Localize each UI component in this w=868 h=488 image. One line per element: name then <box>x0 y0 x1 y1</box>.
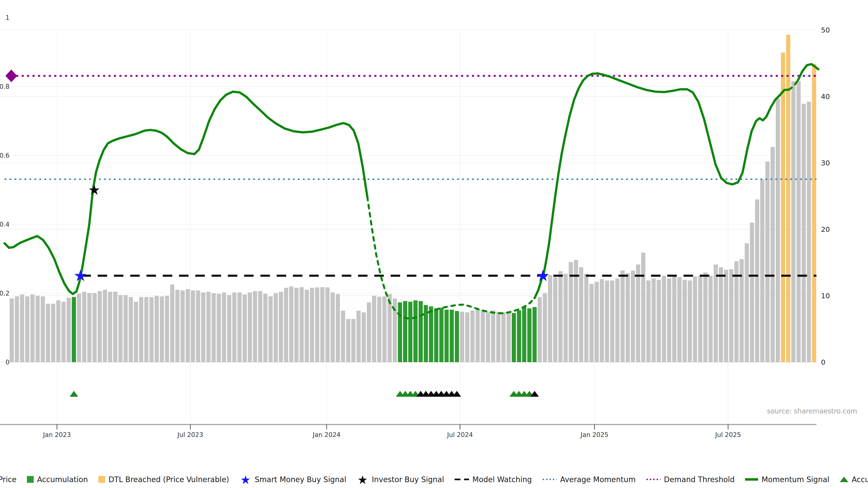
legend-label: Close Price <box>0 476 17 483</box>
legend-item-model-watching: Model Watching <box>455 476 532 483</box>
close-price-bar <box>797 81 801 362</box>
close-price-bar <box>180 290 185 362</box>
close-price-bar <box>362 313 366 362</box>
solid-line-icon <box>745 478 758 481</box>
close-price-bar <box>237 292 242 362</box>
svg-text:★: ★ <box>240 474 251 485</box>
close-price-bar <box>346 319 350 362</box>
accumulation-bar <box>455 311 459 362</box>
close-price-bar <box>139 297 143 362</box>
close-price-bar <box>67 298 71 362</box>
close-price-bar <box>470 311 475 362</box>
vertical-gridlines <box>57 32 728 424</box>
legend: Close PriceAccumulationDTL Breached (Pri… <box>0 472 868 487</box>
close-price-bar <box>729 269 734 362</box>
close-price-bar <box>129 297 133 362</box>
accumulation-bar <box>522 306 526 362</box>
close-price-bar <box>144 297 149 362</box>
close-price-bar <box>703 272 708 362</box>
close-price-bar <box>708 276 713 362</box>
x-tick-label: Jul 2023 <box>177 431 203 438</box>
close-price-bar <box>719 267 723 362</box>
close-price-bar <box>113 292 118 362</box>
close-price-bar <box>543 293 547 362</box>
smart-money-buy-star: ★ <box>536 266 550 285</box>
close-price-bar <box>119 295 123 362</box>
accumulation-bar <box>413 300 418 362</box>
close-price-bars <box>10 35 816 362</box>
close-price-bar <box>165 296 169 362</box>
legend-label: DTL Breached (Price Vulnerable) <box>108 476 229 483</box>
left-axis-tick-label: 0.4 <box>0 221 9 228</box>
accumulation-bar <box>418 301 423 362</box>
close-price-bar <box>714 265 718 362</box>
close-price-bar <box>248 292 252 362</box>
close-price-bar <box>176 290 180 362</box>
close-price-bar <box>61 302 66 362</box>
legend-label: Average Momentum <box>560 476 636 483</box>
close-price-bar <box>646 281 651 362</box>
close-price-bar <box>558 271 563 362</box>
source-note: source: sharemaestro.com <box>767 407 857 415</box>
accumulation-bar <box>408 302 412 362</box>
close-price-bar <box>657 280 661 362</box>
right-axis-tick-label: 20 <box>821 225 830 233</box>
close-price-bar <box>667 279 671 362</box>
close-price-bar <box>310 288 314 362</box>
legend-label: Accumulation <box>37 476 88 483</box>
close-price-bar <box>553 277 557 362</box>
legend-item-smart-money-buy-signal: ★Smart Money Buy Signal <box>240 474 346 485</box>
price-momentum-chart: ★★★ Jan 2023Jul 2023Jan 2024Jul 2024Jan … <box>0 0 868 488</box>
close-price-bar <box>77 294 81 362</box>
close-price-bar <box>108 292 112 362</box>
legend-label: Demand Threshold <box>664 476 735 483</box>
legend-label: Accumulation <box>852 476 868 483</box>
close-price-bar <box>227 295 231 362</box>
close-price-bar <box>792 81 796 362</box>
dtl-breached-bar <box>812 64 816 362</box>
dotted-line-icon <box>646 478 660 481</box>
close-price-bar <box>388 294 392 362</box>
close-price-bar <box>615 279 620 362</box>
right-axis-tick-label: 0 <box>821 358 826 366</box>
left-axis-tick-label: 0.2 <box>0 290 9 297</box>
close-price-bar <box>367 302 371 362</box>
legend-item-investor-buy-signal: ★Investor Buy Signal <box>357 474 444 485</box>
demand-threshold-diamond <box>5 70 17 82</box>
close-price-bar <box>41 296 45 362</box>
dtl-breached-bar <box>786 35 790 362</box>
close-price-bar <box>651 279 656 362</box>
star-icon: ★ <box>357 474 368 485</box>
star-icon: ★ <box>240 474 251 485</box>
close-price-bar <box>331 292 335 362</box>
close-price-bar <box>460 312 464 362</box>
close-price-bar <box>600 279 604 362</box>
close-price-bar <box>641 253 646 362</box>
accumulation-bar <box>439 308 443 362</box>
close-price-bar <box>538 297 542 362</box>
close-price-bar <box>620 270 625 362</box>
legend-item-average-momentum: Average Momentum <box>542 476 636 483</box>
close-price-bar <box>672 276 677 362</box>
close-price-bar <box>724 270 728 362</box>
close-price-bar <box>765 162 770 362</box>
close-price-bar <box>294 288 299 362</box>
investor-buy-star: ★ <box>88 182 101 198</box>
close-price-bar <box>284 288 288 362</box>
close-price-bar <box>155 296 159 362</box>
dtl-breached-bar <box>781 53 785 362</box>
close-price-bar <box>382 296 387 362</box>
close-price-bar <box>776 98 780 362</box>
right-axis-tick-label: 50 <box>821 26 830 34</box>
close-price-bar <box>149 297 154 362</box>
close-price-bar <box>269 296 273 362</box>
accumulation-triangle-markers <box>70 391 539 397</box>
legend-item-close-price: Close Price <box>0 475 17 484</box>
reference-lines <box>4 70 816 276</box>
legend-label: Momentum Signal <box>762 476 829 483</box>
close-price-bar <box>693 276 698 362</box>
close-price-bar <box>300 287 304 362</box>
close-price-bar <box>258 291 262 362</box>
close-price-bar <box>103 290 107 362</box>
swatch-icon <box>98 475 105 484</box>
